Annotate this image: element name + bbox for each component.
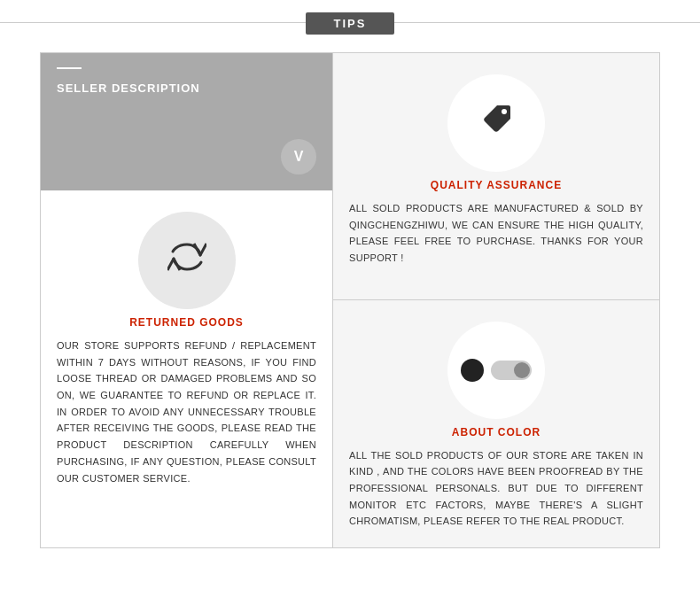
black-dot-icon xyxy=(461,359,484,382)
about-color-title: ABOUT COLOR xyxy=(349,426,643,438)
quality-icon-circle xyxy=(447,74,545,172)
about-color-section: ABOUT COLOR ALL THE SOLD PRODUCTS OF OUR… xyxy=(333,300,659,547)
returned-goods-icon-circle xyxy=(138,212,236,309)
tips-header: TIPS xyxy=(0,0,700,43)
quality-tag-icon xyxy=(478,102,514,144)
returned-goods-icon xyxy=(167,237,206,283)
returned-goods-section: RETURNED GOODS OUR STORE SUPPORTS REFUND… xyxy=(41,190,332,547)
avatar-letter: V xyxy=(294,149,304,165)
color-icon-circle xyxy=(447,322,545,419)
returned-goods-body: OUR STORE SUPPORTS REFUND / REPLACEMENT … xyxy=(57,337,316,486)
svg-point-0 xyxy=(502,109,507,114)
toggle-track xyxy=(491,361,532,380)
dash-decoration xyxy=(57,67,82,69)
seller-description-section: SELLER DESCRIPTION V xyxy=(41,53,332,190)
about-color-body: ALL THE SOLD PRODUCTS OF OUR STORE ARE T… xyxy=(349,447,643,530)
right-panel: QUALITY ASSURANCE ALL SOLD PRODUCTS ARE … xyxy=(333,53,659,547)
returned-goods-title: RETURNED GOODS xyxy=(57,316,316,329)
left-panel: SELLER DESCRIPTION V RETURNED GOODS xyxy=(41,53,333,547)
tips-badge: TIPS xyxy=(306,12,395,35)
main-container: SELLER DESCRIPTION V RETURNED GOODS xyxy=(40,52,660,548)
seller-description-title: SELLER DESCRIPTION xyxy=(57,81,316,95)
color-toggle-row xyxy=(461,359,532,382)
avatar: V xyxy=(281,139,316,175)
quality-assurance-title: QUALITY ASSURANCE xyxy=(349,179,643,191)
quality-assurance-body: ALL SOLD PRODUCTS ARE MANUFACTURED & SOL… xyxy=(349,200,643,267)
quality-assurance-section: QUALITY ASSURANCE ALL SOLD PRODUCTS ARE … xyxy=(333,53,659,300)
toggle-thumb xyxy=(514,362,530,378)
